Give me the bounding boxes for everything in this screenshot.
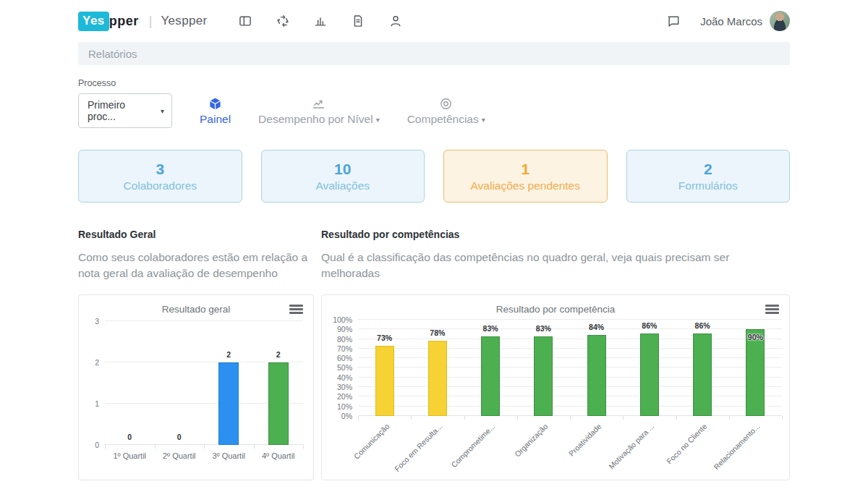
target-icon [439,97,453,111]
process-filter: Processo Primeiro proc... ▾ [78,78,172,128]
x-axis-tick [358,416,359,420]
stat-value: 3 [156,161,164,178]
x-axis-tick [411,416,412,420]
y-axis-tick-label: 1 [95,399,99,408]
chart-slot: 84% [570,320,623,416]
x-axis-tick [517,416,518,420]
bar-comunicação[interactable] [375,346,394,416]
stat-card-avaliações[interactable]: 10Avaliações [261,150,425,203]
chat-icon[interactable] [665,13,681,29]
chart-title: Resultado geral [79,304,313,315]
stat-label: Colaboradores [123,179,197,192]
chart-slot: 2 [204,321,254,445]
bar-3º-quartil[interactable] [218,362,239,445]
data-label: 83% [483,324,498,333]
data-label: 0 [127,433,132,441]
x-axis-category-label: Proatividade [566,422,603,458]
recycle-icon[interactable] [275,13,291,29]
stat-card-formulários[interactable]: 2Formulários [626,150,791,203]
y-axis-tick-label: 70% [337,344,352,353]
stat-card-colaboradores[interactable]: 3Colaboradores [78,150,242,203]
section-resultado-competencias: Resultado por competências Qual é a clas… [321,229,790,480]
y-axis-tick-label: 0% [341,412,352,420]
user-avatar[interactable] [770,11,790,31]
x-axis-category-label: Motivação para ... [607,422,656,471]
chart-resultado-competencia: Resultado por competência0%10%20%30%40%5… [321,294,790,480]
data-label: 90% [748,333,763,341]
bar-motivação-para-[interactable] [640,334,659,416]
user-name[interactable]: João Marcos [700,15,762,27]
tab-competências[interactable]: Competências▾ [407,97,485,126]
section-title: Resultado Geral [78,229,314,240]
logo-box: Yes [78,12,109,31]
columns-icon[interactable] [237,13,253,29]
chart-slot: 86% [623,320,676,416]
logo-divider: | [149,14,153,29]
x-axis-category-label: 2º Quartil [163,451,196,460]
x-axis-category-label: Foco em Resulta... [393,422,444,473]
nav-right: João Marcos [665,11,790,31]
x-axis-tick [254,445,255,449]
x-axis-tick [204,445,205,449]
x-axis-category-label: 1º Quartil [113,451,146,460]
chevron-down-icon: ▾ [161,107,164,115]
x-axis-tick [570,416,571,420]
bar-foco-no-cliente[interactable] [693,334,712,416]
breadcrumb-label: Relatórios [88,48,137,60]
data-label: 2 [226,350,231,359]
logo-text: pper [109,14,139,29]
chart-title: Resultado por competência [322,304,789,315]
tab-label: Painel [200,113,231,126]
y-axis-tick-label: 2 [95,358,99,367]
tab-painel[interactable]: Painel [200,97,231,126]
bar-4º-quartil[interactable] [268,362,289,445]
y-axis-tick-label: 0 [95,441,99,449]
y-axis-tick-label: 100% [333,315,352,324]
bar-chart-icon[interactable] [312,13,328,29]
section-title: Resultado por competências [321,229,790,240]
chart-slot: 83% [464,320,517,416]
stats-row: 3Colaboradores10Avaliações1Avaliações pe… [78,150,790,203]
section-resultado-geral: Resultado Geral Como seus colaboradores … [78,229,314,480]
chart-slot: 73% [358,320,411,416]
stat-label: Formulários [678,179,738,192]
user-icon[interactable] [388,13,404,29]
x-axis-category-label: Comprometime... [449,422,496,469]
bar-comprometime-[interactable] [481,336,500,416]
chart-menu-icon[interactable] [289,305,303,315]
trend-icon [312,97,326,111]
process-select[interactable]: Primeiro proc... ▾ [78,93,172,128]
bar-foco-em-resulta-[interactable] [428,341,447,416]
data-label: 86% [695,321,710,330]
chart-slot: 2 [254,321,304,445]
y-axis-tick-label: 3 [95,317,99,326]
report-tabs: PainelDesempenho por Nível▾Competências▾ [200,97,485,126]
chart-menu-icon[interactable] [765,305,779,315]
tab-label: Competências [407,113,479,126]
x-axis-tick [464,416,465,420]
process-filter-label: Processo [78,78,172,88]
breadcrumb: Relatórios [78,42,790,65]
x-axis-tick [105,445,106,449]
bar-proatividade[interactable] [587,335,606,416]
bar-relacionamento-[interactable] [746,329,765,416]
x-axis-category-label: 3º Quartil [212,451,245,460]
x-axis-tick [623,416,624,420]
data-label: 86% [642,321,657,330]
stat-card-avaliações-pendentes[interactable]: 1Avaliações pendentes [443,150,608,203]
workspace-name: Yespper [161,14,208,28]
document-icon[interactable] [350,13,366,29]
logo[interactable]: Yespper [78,12,139,31]
chart-slot: 0 [105,321,155,445]
filter-row: Processo Primeiro proc... ▾ PainelDesemp… [78,78,790,128]
process-select-value: Primeiro proc... [88,99,155,122]
section-description: Como seus colaboradores estão em relação… [78,250,314,282]
y-axis-tick-label: 50% [337,363,352,372]
y-axis-tick-label: 10% [337,402,352,411]
tab-desempenho-por-nível[interactable]: Desempenho por Nível▾ [258,97,380,126]
chart-slot: 83% [517,320,570,416]
tab-label: Desempenho por Nível [258,113,373,126]
top-navbar: Yespper | Yespper João Marcos [0,0,868,42]
bar-organização[interactable] [534,336,553,416]
x-axis-category-label: 4º Quartil [262,451,295,460]
